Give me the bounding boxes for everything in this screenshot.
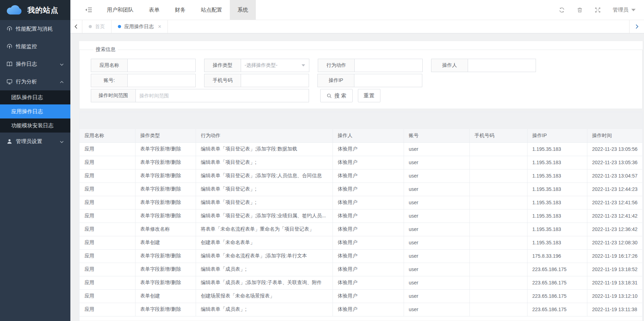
reset-button[interactable]: 重置 bbox=[358, 89, 380, 102]
cell-operator: 体验用户 bbox=[333, 263, 404, 276]
sidebar-subitem-team-operation-log[interactable]: 团队操作日志 bbox=[0, 90, 70, 104]
cell-operator: 体验用户 bbox=[333, 142, 404, 156]
trash-icon[interactable] bbox=[577, 7, 583, 13]
table-row: 应用表单字段新增/删除编辑表单「成员表」;体验用户user223.65.186.… bbox=[80, 263, 643, 276]
main-area: 用户和团队 表单 财务 站点配置 系统 bbox=[70, 0, 644, 321]
cell-time: 2022-11-23 12:41:56 bbox=[587, 196, 643, 209]
sidebar-subitem-app-operation-log[interactable]: 应用操作日志 bbox=[0, 104, 70, 118]
monitor-icon bbox=[6, 78, 13, 85]
tabs-scroll-left-button[interactable] bbox=[70, 20, 82, 33]
page-content: 搜索信息 应用名称 操作类型 -选择操作类型- 行为动作 bbox=[70, 33, 644, 321]
field-label: 行为动作 bbox=[318, 59, 355, 72]
cell-phone bbox=[469, 169, 527, 182]
cell-action: 编辑表单「项目登记表」;添加字段:数据加载 bbox=[196, 142, 333, 156]
log-table: 应用名称 操作类型 行为动作 操作人 账号 手机号码 操作IP 操作时间 应用表… bbox=[80, 129, 643, 316]
fullscreen-icon[interactable] bbox=[595, 7, 601, 13]
sidebar-subitem-label: 功能模块安装日志 bbox=[11, 122, 53, 129]
cell-app-name: 应用 bbox=[80, 303, 135, 316]
cell-ip: 1.195.35.183 bbox=[527, 142, 587, 156]
phone-input[interactable] bbox=[241, 74, 309, 87]
op-type-select[interactable]: -选择操作类型- bbox=[241, 59, 309, 72]
cell-account: user bbox=[404, 156, 469, 169]
cell-phone bbox=[469, 223, 527, 236]
tab-home[interactable]: 首页 bbox=[82, 20, 112, 33]
column-header-ip: 操作IP bbox=[527, 129, 587, 142]
cell-time: 2022-11-19 13:12:10 bbox=[587, 289, 643, 303]
cell-operator: 体验用户 bbox=[333, 289, 404, 303]
nav-item-label: 财务 bbox=[175, 7, 185, 13]
nav-item-system[interactable]: 系统 bbox=[230, 0, 256, 20]
sidebar-item-behavior-analysis[interactable]: 行为分析 bbox=[0, 73, 70, 90]
field-action: 行为动作 bbox=[318, 59, 423, 72]
cell-op-type: 表单创建 bbox=[135, 289, 196, 303]
sidebar-subitem-label: 应用操作日志 bbox=[11, 108, 43, 115]
account-input[interactable] bbox=[128, 74, 196, 87]
column-header-account: 账号 bbox=[404, 129, 469, 142]
navbar-actions: 管理员 bbox=[559, 0, 644, 20]
table-toolbar bbox=[80, 112, 642, 129]
cell-phone bbox=[469, 236, 527, 249]
cell-action: 编辑表单「成员表」; bbox=[196, 303, 333, 316]
cell-phone bbox=[469, 263, 527, 276]
cell-phone bbox=[469, 182, 527, 196]
cell-phone bbox=[469, 303, 527, 316]
cell-operator: 体验用户 bbox=[333, 276, 404, 289]
cell-ip: 175.8.33.196 bbox=[527, 249, 587, 263]
cell-time: 2022-11-23 13:04:57 bbox=[587, 169, 643, 182]
refresh-icon[interactable] bbox=[559, 7, 565, 13]
cell-account: user bbox=[404, 182, 469, 196]
search-icon bbox=[327, 93, 332, 98]
table-row: 应用表单修改名称将表单「未命名流程表单」重命名为「项目登记表」体验用户user1… bbox=[80, 223, 643, 236]
app-name-input[interactable] bbox=[128, 59, 196, 72]
ip-input[interactable] bbox=[354, 74, 422, 87]
user-label: 管理员 bbox=[613, 7, 629, 13]
cell-account: user bbox=[404, 169, 469, 182]
cell-ip: 1.195.35.183 bbox=[527, 182, 587, 196]
nav-item-finance[interactable]: 财务 bbox=[167, 0, 193, 20]
cell-ip: 1.195.35.183 bbox=[527, 236, 587, 249]
cell-ip: 223.65.186.175 bbox=[527, 263, 587, 276]
nav-item-users-teams[interactable]: 用户和团队 bbox=[99, 0, 141, 20]
cell-app-name: 应用 bbox=[80, 156, 135, 169]
field-operator: 操作人 bbox=[431, 59, 536, 72]
cell-account: user bbox=[404, 209, 469, 223]
operator-input[interactable] bbox=[468, 59, 536, 72]
select-caret-icon bbox=[302, 64, 305, 66]
cell-action: 编辑表单「成员表」;添加字段:子表单、关联查询、附件 bbox=[196, 276, 333, 289]
time-range-input[interactable] bbox=[136, 89, 309, 102]
table-row: 应用表单创建创建表单「未命名表单」体验用户user1.195.35.183202… bbox=[80, 236, 643, 249]
sidebar-item-performance-config[interactable]: 性能配置与消耗 bbox=[0, 20, 70, 38]
tab-bar: 首页 应用操作日志 × bbox=[70, 20, 644, 33]
cell-op-type: 表单字段新增/删除 bbox=[135, 169, 196, 182]
cell-action: 编辑表单「项目登记表」;添加字段:人员信息、合同信息 bbox=[196, 169, 333, 182]
user-dropdown[interactable]: 管理员 bbox=[613, 7, 636, 13]
cell-action: 编辑表单「项目登记表」; bbox=[196, 182, 333, 196]
log-table-panel: 应用名称 操作类型 行为动作 操作人 账号 手机号码 操作IP 操作时间 应用表… bbox=[79, 112, 643, 321]
cell-ip: 223.65.186.175 bbox=[527, 289, 587, 303]
tab-close-icon[interactable]: × bbox=[158, 24, 161, 30]
cell-operator: 体验用户 bbox=[333, 169, 404, 182]
cell-phone bbox=[469, 276, 527, 289]
search-button[interactable]: 搜 索 bbox=[320, 89, 353, 102]
sidebar-fold-icon[interactable] bbox=[85, 7, 93, 13]
cell-time: 2022-11-23 12:41:42 bbox=[587, 209, 643, 223]
sidebar-item-performance-monitor[interactable]: 性能监控 bbox=[0, 38, 70, 55]
action-input[interactable] bbox=[355, 59, 423, 72]
sidebar-item-admin-settings[interactable]: 管理员设置 bbox=[0, 133, 70, 150]
nav-item-forms[interactable]: 表单 bbox=[141, 0, 167, 20]
cell-time: 2022-11-19 13:11:38 bbox=[587, 303, 643, 316]
sidebar-nav: 性能配置与消耗 性能监控 操作日志 bbox=[0, 20, 70, 150]
table-body: 应用表单字段新增/删除编辑表单「项目登记表」;添加字段:数据加载体验用户user… bbox=[80, 142, 643, 316]
table-header-row: 应用名称 操作类型 行为动作 操作人 账号 手机号码 操作IP 操作时间 bbox=[80, 129, 643, 142]
tab-app-operation-log[interactable]: 应用操作日志 × bbox=[112, 20, 168, 33]
nav-item-site-config[interactable]: 站点配置 bbox=[193, 0, 230, 20]
cell-account: user bbox=[404, 223, 469, 236]
cell-account: user bbox=[404, 236, 469, 249]
app-title: 我的站点 bbox=[27, 5, 58, 15]
search-fieldset: 搜索信息 应用名称 操作类型 -选择操作类型- 行为动作 bbox=[79, 46, 643, 109]
sidebar-subitem-module-install-log[interactable]: 功能模块安装日志 bbox=[0, 118, 70, 133]
cell-op-type: 表单字段新增/删除 bbox=[135, 303, 196, 316]
tabs-scroll-right-button[interactable] bbox=[629, 20, 644, 33]
sidebar-item-operation-logs[interactable]: 操作日志 bbox=[0, 55, 70, 73]
antenna-icon bbox=[6, 43, 13, 50]
